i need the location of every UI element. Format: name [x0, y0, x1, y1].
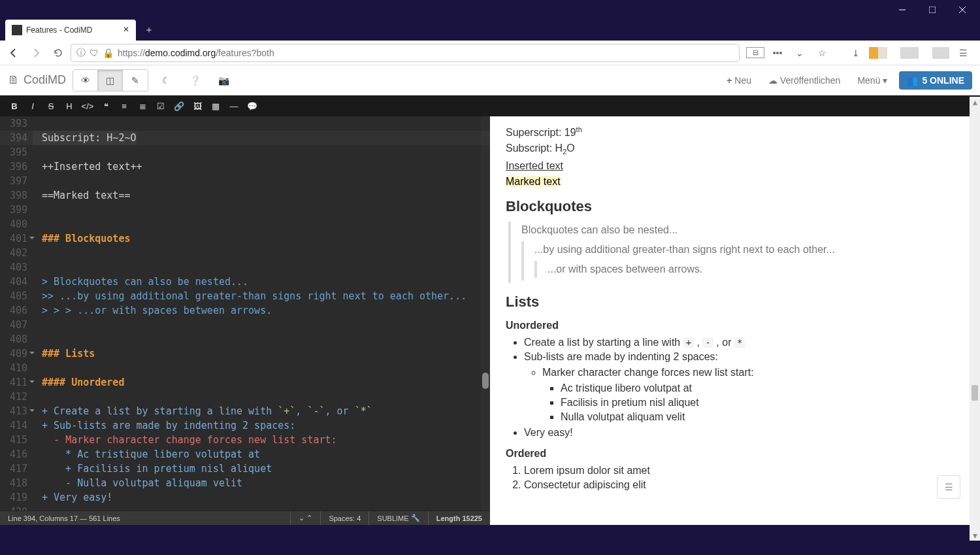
close-window-button[interactable] [947, 0, 977, 20]
lock-icon: 🔒 [103, 48, 114, 58]
unordered-list: Create a list by starting a line with + … [506, 337, 964, 439]
subscript-line: Subscript: H2O [506, 143, 964, 156]
table-icon[interactable]: ▦ [206, 97, 225, 115]
quote-icon[interactable]: ❝ [97, 97, 115, 115]
forward-button[interactable] [26, 43, 46, 63]
extension-swatch-3[interactable] [932, 47, 950, 59]
ordered-heading: Ordered [506, 448, 964, 460]
maximize-button[interactable] [917, 0, 947, 20]
unordered-heading: Unordered [506, 320, 964, 331]
status-spaces[interactable]: Spaces: 4 [320, 511, 368, 525]
toc-button[interactable]: ☰ [937, 475, 960, 499]
window-titlebar [0, 0, 980, 20]
minimize-button[interactable] [887, 0, 917, 20]
file-icon: 🗎 [8, 73, 20, 87]
close-tab-icon[interactable]: ✕ [122, 25, 131, 34]
browser-tab[interactable]: Features - CodiMD ✕ [5, 20, 136, 41]
list-item: Very easy! [524, 427, 964, 439]
app-toolbar: 🗎 CodiMD 👁 ◫ ✎ ☾ ❔ 📷 +Neu ☁ Veröffentlic… [0, 65, 980, 95]
downloads-icon[interactable]: ⤓ [847, 48, 865, 58]
extension-swatch-2[interactable] [900, 47, 919, 59]
ordered-list: Lorem ipsum dolor sit amet Consectetur a… [506, 465, 964, 491]
ul-icon[interactable]: ≡ [115, 97, 133, 115]
url-input[interactable]: ⓘ 🛡 🔒 https://demo.codimd.org/features?b… [71, 44, 740, 62]
list-item: Consectetur adipiscing elit [524, 479, 964, 491]
italic-icon[interactable]: I [24, 97, 42, 115]
url-text: https://demo.codimd.org/features?both [118, 48, 274, 58]
editor-scrollbar[interactable] [481, 116, 490, 511]
view-mode-view[interactable]: 👁 [73, 70, 98, 91]
status-cursor: Line 394, Columns 17 — 561 Lines [0, 514, 128, 522]
new-note-button[interactable]: +Neu [721, 75, 757, 86]
reload-button[interactable] [48, 43, 68, 63]
marked-line: Marked text [506, 176, 964, 188]
editor-statusbar: Line 394, Columns 17 — 561 Lines ⌄ ⌃ Spa… [0, 511, 490, 525]
format-toolbar: B I S H </> ❝ ≡ ≣ ☑ 🔗 🖼 ▦ — 💬 [0, 95, 980, 116]
pocket-icon[interactable]: ⌄ [791, 48, 809, 58]
blockquote-3: ...or with spaces between arrows. [534, 261, 964, 278]
extension-swatches[interactable] [869, 47, 887, 59]
page-scrollbar[interactable]: ▴ ▾ [970, 97, 980, 541]
hr-icon[interactable]: — [225, 97, 243, 115]
list-item: Facilisis in pretium nisl aliquet [561, 397, 964, 409]
status-length: Length 15225 [428, 511, 490, 525]
code-icon[interactable]: </> [78, 97, 97, 115]
browser-tabbar: Features - CodiMD ✕ ＋ [0, 20, 980, 41]
inserted-line: Inserted text [506, 160, 964, 172]
tab-favicon [12, 25, 22, 35]
app-brand[interactable]: 🗎 CodiMD [8, 73, 66, 87]
preview-pane[interactable]: Superscript: 19th Subscript: H2O Inserte… [490, 116, 980, 525]
menu-dots-icon[interactable]: ••• [768, 48, 787, 58]
view-mode-both[interactable]: ◫ [98, 70, 123, 91]
back-button[interactable] [4, 43, 24, 63]
shield-icon[interactable]: 🛡 [90, 48, 99, 58]
info-icon[interactable]: ⓘ [76, 47, 86, 59]
star-icon[interactable]: ☆ [813, 48, 831, 58]
main-split: 393 394Subscript: H~2~O395 396++Inserted… [0, 116, 980, 525]
strike-icon[interactable]: S [42, 97, 60, 115]
blockquotes-heading: Blockquotes [506, 198, 964, 215]
svg-rect-0 [929, 7, 936, 13]
hamburger-icon[interactable]: ☰ [954, 48, 972, 58]
publish-button[interactable]: ☁ Veröffentlichen [763, 75, 845, 86]
page-action-icon[interactable]: ⊟ [746, 47, 764, 58]
list-item: Sub-lists are made by indenting 2 spaces… [524, 351, 964, 423]
editor-pane: 393 394Subscript: H~2~O395 396++Inserted… [0, 116, 490, 525]
blockquote-1: Blockquotes can also be nested... ...by … [508, 222, 964, 283]
bold-icon[interactable]: B [5, 97, 24, 115]
list-item: Lorem ipsum dolor sit amet [524, 465, 964, 477]
checklist-icon[interactable]: ☑ [152, 97, 170, 115]
comment-icon[interactable]: 💬 [243, 97, 261, 115]
code-editor[interactable]: 393 394Subscript: H~2~O395 396++Inserted… [0, 116, 490, 511]
help-icon[interactable]: ❔ [184, 75, 206, 86]
browser-addressbar: ⓘ 🛡 🔒 https://demo.codimd.org/features?b… [0, 41, 980, 65]
lists-heading: Lists [506, 294, 964, 311]
online-users-button[interactable]: 👥 5 ONLINE [899, 71, 972, 90]
menu-button[interactable]: Menü ▾ [852, 75, 892, 86]
addressbar-right-icons: ⊟ ••• ⌄ ☆ ⤓ ☰ [742, 47, 976, 59]
status-arrows[interactable]: ⌄ ⌃ [290, 511, 320, 525]
link-icon[interactable]: 🔗 [170, 97, 188, 115]
camera-icon[interactable]: 📷 [212, 75, 235, 86]
list-item: Create a list by starting a line with + … [524, 337, 964, 348]
view-mode-group: 👁 ◫ ✎ [73, 69, 148, 92]
status-keymap[interactable]: SUBLIME 🔧 [368, 511, 427, 525]
tab-title: Features - CodiMD [26, 25, 92, 35]
view-mode-edit[interactable]: ✎ [123, 70, 148, 91]
ol-icon[interactable]: ≣ [133, 97, 152, 115]
new-tab-button[interactable]: ＋ [140, 21, 158, 39]
list-item: Nulla volutpat aliquam velit [561, 411, 964, 423]
heading-icon[interactable]: H [60, 97, 78, 115]
superscript-line: Superscript: 19th [506, 126, 964, 139]
list-item: Marker character change forces new list … [542, 367, 964, 423]
night-mode-icon[interactable]: ☾ [155, 75, 177, 86]
brand-label: CodiMD [24, 73, 66, 87]
list-item: Ac tristique libero volutpat at [561, 382, 964, 394]
image-icon[interactable]: 🖼 [188, 97, 206, 115]
blockquote-2: ...by using additional greater-than sign… [521, 241, 964, 280]
